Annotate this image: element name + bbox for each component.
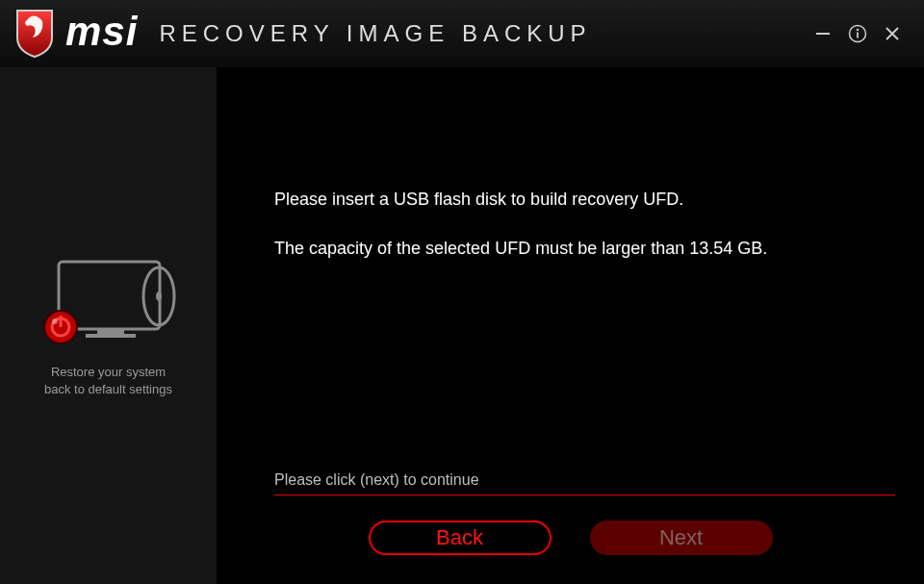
msi-brand-text: msi [65, 12, 138, 52]
svg-point-15 [52, 318, 58, 324]
continue-hint: Please click (next) to continue [274, 471, 895, 495]
app-window: msi RECOVERY IMAGE BACKUP [0, 0, 924, 584]
sidebar-caption-line2: back to default settings [44, 382, 172, 396]
nav-button-row: Back Next [217, 521, 924, 555]
svg-rect-3 [857, 33, 859, 38]
sidebar-caption-line1: Restore your system [51, 365, 166, 379]
svg-rect-8 [86, 334, 136, 338]
info-button[interactable] [847, 23, 868, 44]
msi-shield-logo [13, 9, 56, 59]
svg-rect-7 [97, 329, 124, 334]
sidebar-caption: Restore your system back to default sett… [44, 364, 172, 397]
sidebar: Restore your system back to default sett… [0, 67, 217, 584]
window-controls [812, 0, 924, 67]
instruction-line2: The capacity of the selected UFD must be… [274, 239, 767, 258]
instruction-text: Please insert a USB flash disk to build … [274, 164, 767, 261]
back-button[interactable]: Back [369, 521, 552, 555]
svg-point-10 [156, 292, 162, 301]
restore-system-icon [32, 254, 186, 350]
header-bar: msi RECOVERY IMAGE BACKUP [0, 0, 924, 68]
minimize-button[interactable] [812, 23, 834, 44]
svg-point-2 [857, 29, 859, 31]
next-button[interactable]: Next [590, 521, 773, 555]
app-title: RECOVERY IMAGE BACKUP [159, 20, 812, 47]
main-panel: Please insert a USB flash disk to build … [217, 67, 924, 584]
close-button[interactable] [882, 23, 903, 44]
instruction-line1: Please insert a USB flash disk to build … [274, 190, 683, 209]
